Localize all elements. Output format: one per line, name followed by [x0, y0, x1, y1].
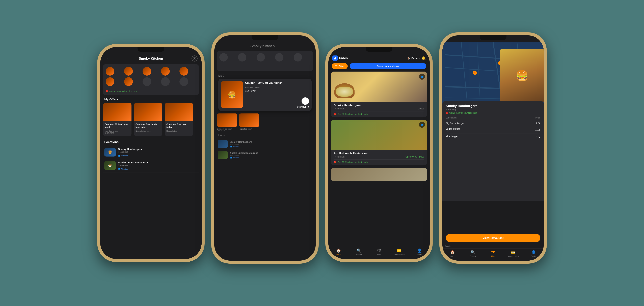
- phone-4: 📍 📍 📍 🍔 Smoky Hamburgers 4.5 Rating 🎁: [440, 32, 547, 264]
- nav-profile-p3[interactable]: 👤 Profile: [410, 249, 430, 256]
- map-section-p4[interactable]: 📍 📍 📍 🍔: [442, 42, 544, 106]
- phone-1: ‹ Smoky Kitchen: [97, 44, 204, 262]
- bottom-nav-p4: 🏠 Home 🔍 Search 🗺 Map 💳 Memberships: [442, 248, 544, 261]
- restaurant-card-3[interactable]: [331, 168, 427, 181]
- restaurant-img-2: 👥: [331, 120, 427, 150]
- nav-home-p4[interactable]: 🏠 Home: [442, 250, 463, 257]
- locations-title: Locations: [100, 138, 202, 146]
- menu-item-2-sub: L V: [446, 130, 460, 132]
- stamp-3: [142, 67, 151, 76]
- offer-card-3[interactable]: Coupon - Free here today No expiration: [165, 103, 193, 136]
- notification-icon-p3[interactable]: 🔔: [422, 56, 426, 60]
- menu-item-1: Big Bacon Burger 12.0€: [446, 121, 540, 126]
- restaurant-status-1: Closed: [418, 107, 424, 110]
- home-nav-icon-p3: 🏠: [336, 249, 341, 253]
- svg-rect-1: [336, 57, 336, 59]
- memberships-nav-icon-p3: 💳: [397, 249, 402, 253]
- s2-location-1[interactable]: Smoky Hamburgers Restaurant 👥 Member: [214, 138, 316, 149]
- s2-stamp-5: [294, 53, 302, 61]
- member-icon-2: 👥: [118, 168, 120, 170]
- restaurant-1-badge: 👥: [419, 74, 425, 80]
- nav-search-p3[interactable]: 🔍 Search: [349, 249, 369, 256]
- phone-2-screen: ‹ Smoky Kitchen My C: [214, 35, 316, 261]
- location-selector[interactable]: 🏠 Vaasa ▾: [407, 57, 420, 59]
- location-badge-1: 👥 Member: [118, 155, 128, 157]
- phone-2-title: Smoky Kitchen: [250, 44, 274, 48]
- map-nav-icon-p3: 🗺: [377, 249, 381, 253]
- map-pin-2[interactable]: 📍: [473, 71, 477, 75]
- phone-1-inner: ‹ Smoky Kitchen: [100, 47, 202, 259]
- offer-card-3-noexp: No expiration: [166, 130, 192, 132]
- offer-card-2-img: [134, 103, 162, 121]
- app-logo-p3: Fides: [332, 55, 348, 61]
- menu-item-3-info: Kids burger G: [446, 135, 458, 140]
- profile-nav-label-p4: Profile: [531, 255, 536, 257]
- phone-3-inner: Fides 🏠 Vaasa ▾ 🔔 ☰ Fi: [328, 47, 430, 259]
- stamps-placeholder-p2: [217, 51, 313, 71]
- stamp-progress-text: 4 more stamps for 1 free bun: [109, 90, 137, 92]
- nav-map-p4[interactable]: 🗺 Map: [483, 250, 503, 257]
- view-restaurant-button[interactable]: View Restaurant: [446, 234, 540, 242]
- restaurant-offer-2: 🎁 Get 20 % off on your first lunch: [334, 161, 424, 163]
- location-item-2[interactable]: 🍜 Apollo Lunch Restaurant Restaurant 👥 M…: [103, 159, 199, 172]
- location-type-2: Restaurant: [118, 164, 198, 167]
- s2-location-badge-1: 👥 Member: [230, 145, 252, 147]
- phone-4-screen: 📍 📍 📍 🍔 Smoky Hamburgers 4.5 Rating 🎁: [442, 35, 544, 261]
- nav-memberships-p4[interactable]: 💳 Memberships: [503, 250, 524, 257]
- featured-coupon-card[interactable]: 🍔 Coupon - 30 % off your lunch Last date…: [218, 79, 312, 111]
- profile-nav-icon-p3: 👤: [417, 249, 422, 253]
- nav-home-p3[interactable]: 🏠 Home: [328, 249, 349, 256]
- home-nav-label-p4: Home: [450, 255, 455, 257]
- filter-button-p3[interactable]: ☰ Filter: [332, 63, 348, 69]
- svg-line-8: [477, 42, 480, 106]
- use-coupon-button[interactable]: → Use Coupon: [297, 97, 309, 108]
- s2-location-2[interactable]: Apollo Lunch Restaurant Restaurant 👥 Mem…: [214, 149, 316, 161]
- restaurant-rating-p4: 4.5 Rating: [446, 108, 540, 111]
- s2-location-info-1: Smoky Hamburgers Restaurant 👥 Member: [230, 141, 252, 147]
- phone-1-screen: ‹ Smoky Kitchen: [100, 47, 202, 259]
- offer-card-2[interactable]: Coupon - Free lunch here today No expira…: [134, 103, 162, 136]
- mini-coupon-1[interactable]: Coup... Free today Last 31.07...: [217, 113, 237, 132]
- back-button-p1[interactable]: ‹: [104, 55, 110, 61]
- restaurant-meta-2: Restaurant Open 07:30 - 14:00: [334, 156, 424, 158]
- stamp-7: [124, 77, 133, 86]
- menu-item-1-name: Big Bacon Burger: [446, 122, 464, 125]
- offer-card-1-body: Coupon - 30 % off your lunch Last date o…: [103, 121, 132, 134]
- use-coupon-arrow: →: [302, 97, 309, 105]
- phone-1-title: Smoky Kitchen: [139, 57, 163, 60]
- restaurant-name-p4: Smoky Hamburgers: [446, 104, 540, 108]
- location-thumb-1: 🍔: [104, 148, 116, 157]
- offer-card-1-date: Last date of use: 31.07.2024: [105, 130, 130, 134]
- location-item-1[interactable]: 🍔 Smoky Hamburgers Restaurant 👥 Member: [103, 146, 199, 159]
- nav-map-p3[interactable]: 🗺 Map: [369, 249, 389, 256]
- menu-item-2-name: Vegan burger: [446, 128, 460, 130]
- coupon-card-title: Coupon - 30 % off your lunch: [245, 81, 309, 85]
- offer-card-3-img: [165, 103, 193, 121]
- back-button-p2[interactable]: ‹: [218, 44, 220, 48]
- restaurant-card-2[interactable]: 👥 Apollo Lunch Restaurant Restaurant Ope…: [331, 120, 427, 165]
- show-lunch-menus-button[interactable]: Show Lunch Menus: [350, 63, 426, 69]
- mini-coupon-1-title: Coup... Free today: [217, 128, 237, 130]
- nav-search-p4[interactable]: 🔍 Search: [463, 250, 483, 257]
- search-nav-icon-p4: 🔍: [470, 250, 475, 255]
- map-restaurant-img: 🍔: [500, 49, 544, 102]
- phone-4-notch: [480, 35, 506, 40]
- mini-coupon-2-title: - xpiration today: [239, 128, 259, 130]
- nav-memberships-p3[interactable]: 💳 Memberships: [389, 249, 410, 256]
- offer-text-2: Get 20 % off on your first lunch: [338, 161, 368, 163]
- coupon-expiry-date: 31.07.2024: [245, 89, 309, 92]
- stamps-row-p2: [219, 53, 310, 61]
- offers-scroll: Coupon - 30 % off your lunch Last date o…: [100, 103, 202, 138]
- offer-card-2-body: Coupon - Free lunch here today No expira…: [134, 121, 162, 132]
- offer-card-1[interactable]: Coupon - 30 % off your lunch Last date o…: [103, 103, 132, 136]
- use-coupon-label: Use Coupon: [297, 106, 309, 108]
- s2-stamp-3: [256, 53, 265, 61]
- mini-coupon-2[interactable]: - xpiration today: [239, 113, 259, 132]
- restaurant-card-1[interactable]: 👥 Smoky Hamburgers Restaurant Closed 🎁 G…: [331, 71, 427, 117]
- menu-item-2: Vegan burger L V 12.0€: [446, 126, 540, 134]
- nfc-icon-p1: [192, 55, 198, 61]
- location-name-1: Smoky Hamburgers: [118, 148, 198, 150]
- stamp-4: [161, 67, 170, 76]
- nav-profile-p4[interactable]: 👤 Profile: [524, 250, 544, 257]
- restaurant-offer-1: 🎁 Get 20 % off on your first lunch: [334, 113, 424, 115]
